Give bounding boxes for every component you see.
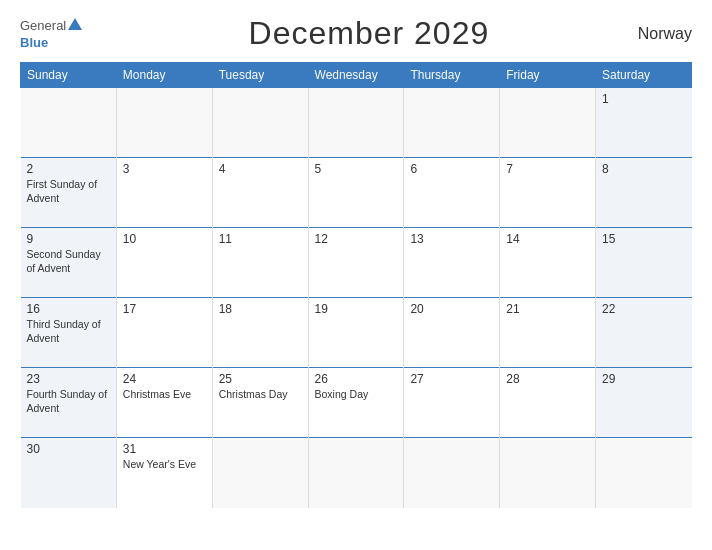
calendar-cell: 23Fourth Sunday of Advent bbox=[21, 368, 117, 438]
logo: General Blue bbox=[20, 18, 100, 50]
weekday-header-friday: Friday bbox=[500, 63, 596, 88]
day-number: 4 bbox=[219, 162, 302, 176]
calendar-cell: 15 bbox=[596, 228, 692, 298]
logo-blue-text: Blue bbox=[20, 35, 48, 50]
day-number: 21 bbox=[506, 302, 589, 316]
day-number: 1 bbox=[602, 92, 685, 106]
calendar-week-row: 16Third Sunday of Advent171819202122 bbox=[21, 298, 692, 368]
event-label: First Sunday of Advent bbox=[27, 178, 110, 205]
day-number: 16 bbox=[27, 302, 110, 316]
weekday-header-monday: Monday bbox=[116, 63, 212, 88]
country-label: Norway bbox=[638, 25, 692, 43]
calendar-cell: 29 bbox=[596, 368, 692, 438]
calendar-cell: 19 bbox=[308, 298, 404, 368]
weekday-header-sunday: Sunday bbox=[21, 63, 117, 88]
day-number: 11 bbox=[219, 232, 302, 246]
calendar-cell: 21 bbox=[500, 298, 596, 368]
day-number: 18 bbox=[219, 302, 302, 316]
calendar-cell: 30 bbox=[21, 438, 117, 508]
calendar-cell bbox=[308, 438, 404, 508]
event-label: Fourth Sunday of Advent bbox=[27, 388, 110, 415]
calendar-cell bbox=[116, 88, 212, 158]
calendar-cell: 7 bbox=[500, 158, 596, 228]
calendar-cell: 17 bbox=[116, 298, 212, 368]
calendar-cell bbox=[212, 88, 308, 158]
day-number: 9 bbox=[27, 232, 110, 246]
calendar-cell: 3 bbox=[116, 158, 212, 228]
day-number: 5 bbox=[315, 162, 398, 176]
calendar-cell: 8 bbox=[596, 158, 692, 228]
day-number: 10 bbox=[123, 232, 206, 246]
calendar-week-row: 9Second Sunday of Advent101112131415 bbox=[21, 228, 692, 298]
event-label: Christmas Eve bbox=[123, 388, 206, 402]
event-label: Boxing Day bbox=[315, 388, 398, 402]
calendar-page: General Blue December 2029 Norway Sunday… bbox=[0, 0, 712, 550]
day-number: 19 bbox=[315, 302, 398, 316]
day-number: 3 bbox=[123, 162, 206, 176]
day-number: 8 bbox=[602, 162, 685, 176]
day-number: 14 bbox=[506, 232, 589, 246]
day-number: 13 bbox=[410, 232, 493, 246]
calendar-cell bbox=[500, 88, 596, 158]
calendar-cell: 12 bbox=[308, 228, 404, 298]
day-number: 29 bbox=[602, 372, 685, 386]
day-number: 15 bbox=[602, 232, 685, 246]
day-number: 20 bbox=[410, 302, 493, 316]
logo-general-text: General bbox=[20, 18, 66, 33]
header: General Blue December 2029 Norway bbox=[20, 15, 692, 52]
month-title: December 2029 bbox=[249, 15, 490, 52]
day-number: 12 bbox=[315, 232, 398, 246]
day-number: 17 bbox=[123, 302, 206, 316]
day-number: 24 bbox=[123, 372, 206, 386]
calendar-week-row: 1 bbox=[21, 88, 692, 158]
calendar-cell: 24Christmas Eve bbox=[116, 368, 212, 438]
weekday-header-wednesday: Wednesday bbox=[308, 63, 404, 88]
weekday-header-row: SundayMondayTuesdayWednesdayThursdayFrid… bbox=[21, 63, 692, 88]
calendar-cell: 9Second Sunday of Advent bbox=[21, 228, 117, 298]
calendar-cell: 4 bbox=[212, 158, 308, 228]
calendar-week-row: 2First Sunday of Advent345678 bbox=[21, 158, 692, 228]
event-label: Second Sunday of Advent bbox=[27, 248, 110, 275]
calendar-cell bbox=[500, 438, 596, 508]
calendar-cell: 6 bbox=[404, 158, 500, 228]
calendar-cell: 28 bbox=[500, 368, 596, 438]
day-number: 31 bbox=[123, 442, 206, 456]
day-number: 2 bbox=[27, 162, 110, 176]
calendar-cell: 20 bbox=[404, 298, 500, 368]
calendar-week-row: 3031New Year's Eve bbox=[21, 438, 692, 508]
calendar-cell: 27 bbox=[404, 368, 500, 438]
calendar-cell bbox=[404, 88, 500, 158]
day-number: 25 bbox=[219, 372, 302, 386]
calendar-cell: 11 bbox=[212, 228, 308, 298]
calendar-cell: 14 bbox=[500, 228, 596, 298]
calendar-cell bbox=[308, 88, 404, 158]
calendar-cell: 22 bbox=[596, 298, 692, 368]
day-number: 7 bbox=[506, 162, 589, 176]
event-label: Christmas Day bbox=[219, 388, 302, 402]
calendar-cell: 5 bbox=[308, 158, 404, 228]
day-number: 30 bbox=[27, 442, 110, 456]
day-number: 28 bbox=[506, 372, 589, 386]
day-number: 23 bbox=[27, 372, 110, 386]
calendar-cell: 2First Sunday of Advent bbox=[21, 158, 117, 228]
event-label: Third Sunday of Advent bbox=[27, 318, 110, 345]
logo-triangle-icon bbox=[68, 18, 82, 30]
calendar-cell: 31New Year's Eve bbox=[116, 438, 212, 508]
calendar-cell: 25Christmas Day bbox=[212, 368, 308, 438]
calendar-cell: 1 bbox=[596, 88, 692, 158]
day-number: 22 bbox=[602, 302, 685, 316]
calendar-cell bbox=[21, 88, 117, 158]
day-number: 6 bbox=[410, 162, 493, 176]
event-label: New Year's Eve bbox=[123, 458, 206, 472]
logo-line2: Blue bbox=[20, 35, 100, 50]
calendar-cell: 13 bbox=[404, 228, 500, 298]
calendar-cell: 26Boxing Day bbox=[308, 368, 404, 438]
calendar-cell: 18 bbox=[212, 298, 308, 368]
day-number: 26 bbox=[315, 372, 398, 386]
calendar-cell bbox=[596, 438, 692, 508]
weekday-header-saturday: Saturday bbox=[596, 63, 692, 88]
calendar-cell: 16Third Sunday of Advent bbox=[21, 298, 117, 368]
weekday-header-thursday: Thursday bbox=[404, 63, 500, 88]
logo-line1: General bbox=[20, 18, 100, 33]
day-number: 27 bbox=[410, 372, 493, 386]
